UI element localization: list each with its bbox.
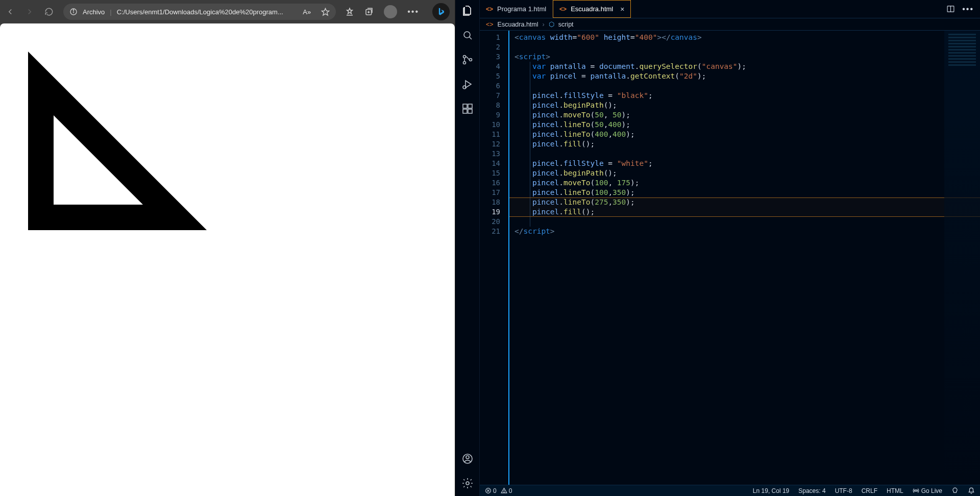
- vscode-window: <> Programa 1.html <> Escuadra.html × ••…: [455, 0, 980, 496]
- minimap[interactable]: [944, 31, 980, 485]
- refresh-button[interactable]: [44, 7, 54, 17]
- svg-rect-20: [468, 109, 472, 113]
- warnings-icon[interactable]: 0: [501, 487, 512, 494]
- svg-point-31: [504, 492, 504, 492]
- svg-point-14: [463, 62, 465, 64]
- activity-bar: [455, 0, 480, 496]
- tab-label: Programa 1.html: [497, 5, 546, 13]
- feedback-icon[interactable]: [951, 487, 959, 494]
- split-editor-icon[interactable]: [946, 5, 955, 13]
- indent-status[interactable]: Spaces: 4: [798, 487, 825, 494]
- read-aloud-icon[interactable]: A»: [303, 8, 311, 16]
- account-icon[interactable]: [461, 452, 474, 465]
- notifications-icon[interactable]: [968, 487, 975, 494]
- svg-point-11: [464, 32, 470, 38]
- svg-point-24: [466, 482, 469, 485]
- svg-point-13: [463, 56, 465, 58]
- breadcrumb[interactable]: <> Escuadra.html › ⬡ script: [480, 18, 980, 31]
- profile-icon[interactable]: [384, 5, 397, 18]
- html-file-icon: <>: [486, 21, 494, 28]
- go-live-button[interactable]: Go Live: [913, 487, 942, 494]
- bing-icon[interactable]: [432, 3, 450, 20]
- language-status[interactable]: HTML: [887, 487, 903, 494]
- info-icon[interactable]: [69, 8, 78, 16]
- favorite-icon[interactable]: [321, 8, 330, 16]
- encoding-status[interactable]: UTF-8: [835, 487, 852, 494]
- tab-bar: <> Programa 1.html <> Escuadra.html × ••…: [480, 0, 980, 18]
- canvas-output: [3, 26, 309, 230]
- address-bar[interactable]: Archivo | C:/Users/enmt1/Downloads/Logic…: [63, 4, 336, 20]
- chevron-right-icon: ›: [543, 21, 545, 28]
- search-icon[interactable]: [461, 29, 474, 42]
- toolbar-actions: •••: [345, 3, 450, 20]
- more-actions-icon[interactable]: •••: [962, 5, 974, 14]
- tab-actions: •••: [940, 0, 980, 18]
- archivo-label: Archivo: [83, 8, 105, 16]
- breadcrumb-segment: script: [558, 21, 574, 28]
- settings-icon[interactable]: [461, 477, 474, 490]
- code-content[interactable]: <canvas width="600" height="400"></canva…: [508, 31, 980, 485]
- svg-rect-19: [463, 109, 467, 113]
- svg-marker-16: [465, 81, 471, 88]
- forward-button[interactable]: [24, 7, 35, 17]
- svg-marker-3: [322, 8, 329, 15]
- tab-escuadra[interactable]: <> Escuadra.html ×: [553, 0, 631, 18]
- extensions-icon[interactable]: [461, 102, 474, 115]
- url-text: C:/Users/enmt1/Downloads/Logica%20de%20p…: [117, 8, 283, 16]
- edge-browser: Archivo | C:/Users/enmt1/Downloads/Logic…: [0, 0, 455, 496]
- editor[interactable]: 123456789101112131415161718192021 <canva…: [480, 31, 980, 485]
- close-icon[interactable]: ×: [620, 5, 624, 13]
- eol-status[interactable]: CRLF: [862, 487, 877, 494]
- html-file-icon: <>: [559, 6, 567, 13]
- svg-marker-4: [347, 8, 353, 14]
- editor-area: <> Programa 1.html <> Escuadra.html × ••…: [480, 0, 980, 496]
- tab-programa1[interactable]: <> Programa 1.html: [480, 0, 553, 18]
- run-debug-icon[interactable]: [461, 78, 474, 91]
- breadcrumb-file: Escuadra.html: [498, 21, 538, 28]
- status-bar: 0 0 Ln 19, Col 19 Spaces: 4 UTF-8 CRLF H…: [480, 485, 980, 496]
- explorer-icon[interactable]: [461, 4, 474, 17]
- tab-label: Escuadra.html: [571, 5, 613, 13]
- svg-point-2: [73, 10, 74, 10]
- browser-toolbar: Archivo | C:/Users/enmt1/Downloads/Logic…: [0, 0, 455, 23]
- favorites-list-icon[interactable]: [345, 7, 354, 16]
- source-control-icon[interactable]: [461, 53, 474, 66]
- svg-line-12: [469, 37, 472, 40]
- errors-icon[interactable]: 0: [485, 487, 497, 494]
- svg-rect-21: [468, 104, 472, 108]
- back-button[interactable]: [5, 7, 15, 17]
- cursor-position[interactable]: Ln 19, Col 19: [753, 487, 789, 494]
- separator: |: [110, 8, 111, 16]
- svg-rect-18: [463, 104, 467, 108]
- html-file-icon: <>: [486, 6, 493, 13]
- svg-point-32: [915, 490, 917, 491]
- collections-icon[interactable]: [364, 7, 374, 16]
- page-content: [0, 23, 455, 496]
- symbol-icon: ⬡: [549, 20, 554, 28]
- svg-point-23: [466, 456, 469, 459]
- more-icon[interactable]: •••: [407, 7, 419, 16]
- svg-point-15: [469, 59, 472, 61]
- line-number-gutter: 123456789101112131415161718192021: [480, 31, 508, 485]
